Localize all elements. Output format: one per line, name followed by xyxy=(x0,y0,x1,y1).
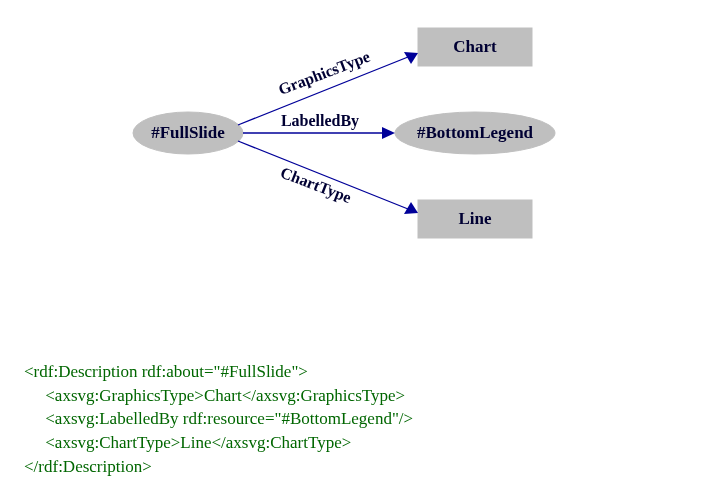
code-line-4: <axsvg:ChartType>Line</axsvg:ChartType> xyxy=(24,433,351,452)
node-chart: Chart xyxy=(418,28,532,66)
svg-marker-7 xyxy=(382,127,395,139)
node-bottomlegend-label: #BottomLegend xyxy=(417,123,534,142)
edge-charttype: ChartType xyxy=(238,141,418,214)
node-bottomlegend: #BottomLegend xyxy=(395,112,555,154)
code-line-2: <axsvg:GraphicsType>Chart</axsvg:Graphic… xyxy=(24,386,405,405)
rdf-graph: #FullSlide Chart #BottomLegend Line Grap… xyxy=(0,0,714,290)
node-chart-label: Chart xyxy=(453,37,497,56)
edge-graphicstype-label: GraphicsType xyxy=(276,48,373,99)
edge-labelledby: LabelledBy xyxy=(243,112,395,139)
edge-charttype-label: ChartType xyxy=(278,164,354,207)
code-line-3: <axsvg:LabelledBy rdf:resource="#BottomL… xyxy=(24,409,413,428)
node-line-label: Line xyxy=(458,209,492,228)
node-fullslide: #FullSlide xyxy=(133,112,243,154)
node-fullslide-label: #FullSlide xyxy=(151,123,225,142)
code-line-1: <rdf:Description rdf:about="#FullSlide"> xyxy=(24,362,308,381)
code-line-5: </rdf:Description> xyxy=(24,457,152,476)
node-line: Line xyxy=(418,200,532,238)
edge-labelledby-label: LabelledBy xyxy=(281,112,359,130)
rdf-code-block: <rdf:Description rdf:about="#FullSlide">… xyxy=(24,336,413,479)
svg-line-8 xyxy=(238,141,413,211)
